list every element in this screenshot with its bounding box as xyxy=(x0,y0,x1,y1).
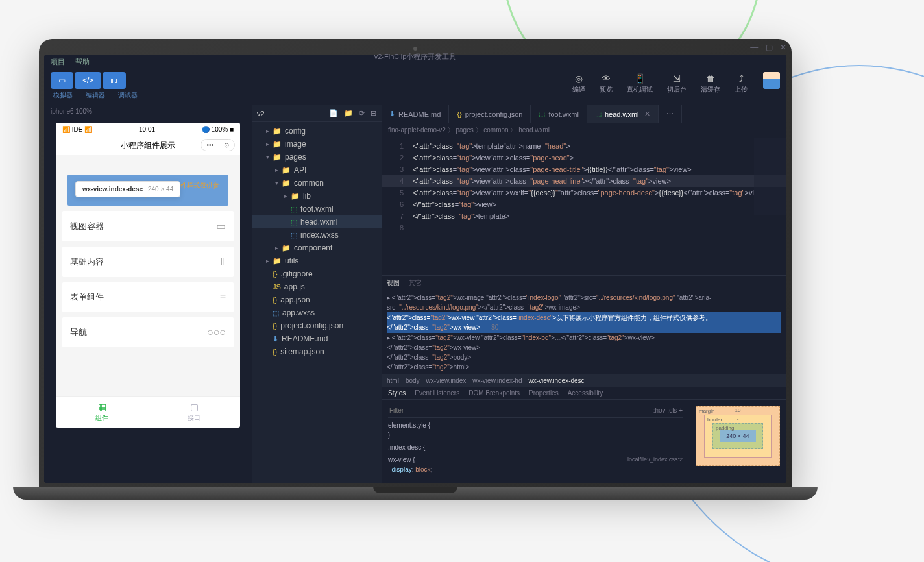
ide-screen: 项目 帮助 v2-FinClip小程序开发工具 — ▢ ✕ ▭ </> ⫾⫾ 模… xyxy=(44,55,786,483)
remote-icon: 📱 xyxy=(627,73,653,84)
dom-crumb-item[interactable]: wx-view.index xyxy=(426,377,467,384)
mode-simulator-label[interactable]: 模拟器 xyxy=(53,91,73,100)
styles-panel[interactable]: :hov .cls + element.style {}.index-desc … xyxy=(382,400,689,481)
editor-tab[interactable]: {}project.config.json xyxy=(449,105,531,123)
api-icon: ▢ xyxy=(153,402,235,412)
compile-icon: ◎ xyxy=(572,73,585,84)
style-tab[interactable]: Properties xyxy=(529,389,559,397)
breadcrumb[interactable]: fino-applet-demo-v2 〉 pages 〉 common 〉 h… xyxy=(382,123,786,138)
tree-node[interactable]: {}sitemap.json xyxy=(252,345,382,358)
tree-node[interactable]: ▾📁common xyxy=(252,177,382,189)
panel-tab-view[interactable]: 视图 xyxy=(387,278,400,287)
tree-node[interactable]: ⬚head.wxml xyxy=(252,215,382,228)
menu-help[interactable]: 帮助 xyxy=(75,57,90,67)
phone-tab-api[interactable]: ▢接口 xyxy=(148,397,240,428)
mode-simulator[interactable]: ▭ xyxy=(51,72,73,89)
phone-title: 小程序组件展示 ••• ⊙ xyxy=(56,136,240,155)
style-tab[interactable]: Styles xyxy=(388,389,406,397)
tree-node[interactable]: ▸📁image xyxy=(252,138,382,151)
laptop-frame: 项目 帮助 v2-FinClip小程序开发工具 — ▢ ✕ ▭ </> ⫾⫾ 模… xyxy=(39,39,792,519)
more-tabs-icon[interactable]: ⋯ xyxy=(666,110,674,118)
menu-project[interactable]: 项目 xyxy=(51,57,65,67)
box-model: margin 10 border - padding - 240 × 4 xyxy=(689,400,786,481)
style-tab[interactable]: Accessibility xyxy=(568,389,603,397)
tree-node[interactable]: ▾📁pages xyxy=(252,151,382,164)
styles-tools[interactable]: :hov .cls + xyxy=(653,406,683,415)
editor-tab[interactable]: ⬚head.wxml✕ xyxy=(587,105,659,123)
tree-node[interactable]: ▸📁lib xyxy=(252,189,382,202)
component-icon: ▦ xyxy=(61,402,143,412)
phone-tab-component[interactable]: ▦组件 xyxy=(56,397,148,428)
devtools-panel: 视图 其它 ▸ <"attr2">class="tag2">wx-image "… xyxy=(382,275,786,483)
toolbar: ▭ </> ⫾⫾ 模拟器 编辑器 调试器 ◎编译 👁预览 📱真机调试 ⇲切后台 xyxy=(44,69,786,105)
tree-node[interactable]: JSapp.js xyxy=(252,280,382,293)
tree-node[interactable]: ⬚app.wxss xyxy=(252,306,382,319)
phone-simulator: 📶 IDE 📶 10:01 🔵 100% ■ 小程序组件展示 ••• ⊙ xyxy=(56,123,240,428)
editor-tab[interactable]: ⬇README.md xyxy=(382,105,449,123)
tab-close-icon[interactable]: ✕ xyxy=(644,110,650,118)
new-folder-icon[interactable]: 📁 xyxy=(344,109,353,117)
action-remote[interactable]: 📱真机调试 xyxy=(622,72,658,95)
tree-node[interactable]: ▸📁config xyxy=(252,125,382,138)
dom-crumb-item[interactable]: wx-view.index-desc xyxy=(528,377,584,384)
minimap[interactable] xyxy=(754,138,786,215)
editor-tab[interactable]: ⬚foot.wxml xyxy=(531,105,587,123)
phone-menu-icon[interactable]: ••• xyxy=(201,140,219,151)
dom-crumb-item[interactable]: wx-view.index-hd xyxy=(472,377,522,384)
mode-debugger[interactable]: ⫾⫾ xyxy=(103,72,126,89)
window-title: v2-FinClip小程序开发工具 xyxy=(373,55,458,63)
code-editor[interactable]: 1<"attr">class="tag">template "attr">nam… xyxy=(382,138,786,275)
refresh-icon[interactable]: ⟳ xyxy=(359,109,365,117)
phone-statusbar: 📶 IDE 📶 10:01 🔵 100% ■ xyxy=(56,123,240,136)
tree-node[interactable]: ▸📁API xyxy=(252,164,382,177)
nav-icon: ○○○ xyxy=(207,326,226,338)
collapse-icon[interactable]: ⊟ xyxy=(371,109,376,117)
tree-node[interactable]: {}project.config.json xyxy=(252,319,382,332)
project-root[interactable]: v2 xyxy=(257,110,265,117)
file-explorer: v2 📄 📁 ⟳ ⊟ ▸📁config▸📁image▾📁pages▸📁API▾📁… xyxy=(252,105,382,483)
tree-node[interactable]: ⬚index.wxss xyxy=(252,228,382,241)
form-icon: ≡ xyxy=(220,291,226,303)
phone-close-icon[interactable]: ⊙ xyxy=(219,140,234,151)
dom-tree[interactable]: ▸ <"attr2">class="tag2">wx-image "attr2"… xyxy=(382,290,786,374)
mode-editor[interactable]: </> xyxy=(75,72,101,89)
styles-filter-input[interactable] xyxy=(388,406,653,415)
panel-tab-other[interactable]: 其它 xyxy=(409,278,422,287)
mode-debugger-label[interactable]: 调试器 xyxy=(118,91,138,100)
action-upload[interactable]: ⤴上传 xyxy=(729,72,753,95)
dom-crumb-item[interactable]: body xyxy=(406,377,420,384)
cache-icon: 🗑 xyxy=(701,73,720,84)
tree-node[interactable]: {}app.json xyxy=(252,293,382,306)
dom-crumb-item[interactable]: html xyxy=(387,377,399,384)
action-compile[interactable]: ◎编译 xyxy=(567,72,590,95)
list-item[interactable]: 基础内容𝕋 xyxy=(62,247,234,277)
new-file-icon[interactable]: 📄 xyxy=(329,109,338,117)
tree-node[interactable]: ▸📁utils xyxy=(252,254,382,267)
list-item[interactable]: 导航○○○ xyxy=(62,317,234,347)
action-cache[interactable]: 🗑清缓存 xyxy=(696,72,725,95)
list-item[interactable]: 视图容器▭ xyxy=(62,211,234,241)
tree-node[interactable]: ▸📁component xyxy=(252,241,382,254)
text-icon: 𝕋 xyxy=(219,256,226,268)
tree-node[interactable]: ⬚foot.wxml xyxy=(252,202,382,215)
background-icon: ⇲ xyxy=(667,73,687,84)
phone-body: wx-view.index-desc240 × 44 以下将展示小程序官方组件能… xyxy=(56,155,240,396)
style-tab[interactable]: Event Listeners xyxy=(415,389,459,397)
action-preview[interactable]: 👁预览 xyxy=(594,72,618,95)
avatar[interactable] xyxy=(763,72,780,89)
dom-breadcrumb: htmlbodywx-view.indexwx-view.index-hdwx-… xyxy=(382,374,786,387)
mode-editor-label[interactable]: 编辑器 xyxy=(86,91,105,100)
upload-icon: ⤴ xyxy=(735,73,748,84)
preview-icon: 👁 xyxy=(600,73,613,84)
tree-node[interactable]: {}.gitignore xyxy=(252,267,382,280)
list-item[interactable]: 表单组件≡ xyxy=(62,282,234,312)
editor-panel: ⬇README.md{}project.config.json⬚foot.wxm… xyxy=(382,105,786,483)
device-label[interactable]: iphone6 100% xyxy=(44,105,252,117)
action-background[interactable]: ⇲切后台 xyxy=(662,72,692,95)
inspector-tooltip: wx-view.index-desc240 × 44 xyxy=(75,181,180,197)
style-tab[interactable]: DOM Breakpoints xyxy=(468,389,520,397)
simulator-panel: iphone6 100% 📶 IDE 📶 10:01 🔵 100% ■ 小程序组… xyxy=(44,105,252,483)
container-icon: ▭ xyxy=(216,220,226,232)
tree-node[interactable]: ⬇README.md xyxy=(252,332,382,345)
